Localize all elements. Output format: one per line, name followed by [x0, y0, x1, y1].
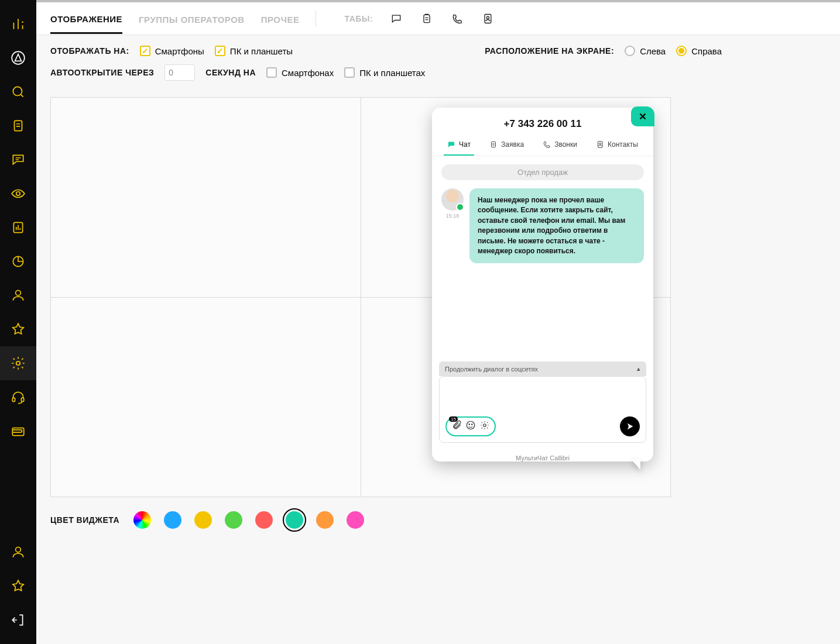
- attach-button[interactable]: 15: [451, 420, 462, 433]
- tabs-chat-toggle[interactable]: [389, 12, 403, 26]
- chat-continue-link[interactable]: Продолжить диалог в соцсетях ▴: [439, 361, 646, 376]
- seconds-on-label: СЕКУНД НА: [205, 68, 256, 77]
- sidebar-logo[interactable]: [0, 41, 36, 75]
- color-swatch-5[interactable]: [286, 511, 303, 529]
- svg-rect-3: [15, 120, 22, 130]
- chat-tools: 15: [445, 416, 496, 436]
- sidebar-logout[interactable]: [0, 603, 36, 637]
- display-tablets[interactable]: ПК и планшеты: [215, 46, 293, 56]
- svg-point-20: [469, 424, 470, 425]
- sidebar-stats[interactable]: [0, 7, 36, 41]
- autoopen-smartphones[interactable]: Смартфонах: [266, 67, 334, 78]
- bar-chart-icon: [11, 16, 26, 32]
- svg-point-22: [484, 424, 486, 427]
- chat-phone: +7 343 226 00 11: [432, 108, 653, 135]
- color-swatch-2[interactable]: [194, 511, 212, 529]
- sidebar-profile[interactable]: [0, 535, 36, 569]
- sidebar-user[interactable]: [0, 278, 36, 312]
- sidebar-support[interactable]: [0, 380, 36, 414]
- color-swatches: [133, 511, 364, 529]
- svg-point-19: [467, 421, 475, 429]
- tabs-request-toggle[interactable]: [420, 12, 434, 26]
- tabs-label: ТАБЫ:: [344, 14, 373, 23]
- chat-tab-contacts[interactable]: Контакты: [592, 135, 642, 156]
- profile-icon: [11, 545, 26, 560]
- sidebar-report[interactable]: [0, 211, 36, 244]
- main: ОТОБРАЖЕНИЕ ГРУППЫ ОПЕРАТОРОВ ПРОЧЕЕ ТАБ…: [36, 0, 840, 644]
- radio-icon: [625, 46, 635, 56]
- send-icon: [625, 422, 635, 431]
- gear-icon: [11, 356, 26, 371]
- wallet-icon: [11, 423, 26, 439]
- color-swatch-3[interactable]: [225, 511, 242, 529]
- widget-color-label: ЦВЕТ ВИДЖЕТА: [50, 515, 119, 525]
- color-swatch-1[interactable]: [164, 511, 181, 529]
- chat-tabs: Чат Заявка Звонки Контакты: [432, 135, 653, 156]
- star-icon: [11, 322, 26, 337]
- checkbox-icon: [266, 67, 277, 78]
- clipboard-icon: [489, 140, 498, 149]
- autoopen-seconds-input[interactable]: [164, 64, 195, 81]
- chat-brand: МультиЧат Callibri: [432, 451, 653, 462]
- chat-tab-calls[interactable]: Звонки: [539, 135, 581, 156]
- eye-icon: [11, 186, 26, 201]
- divider: [316, 11, 316, 27]
- sidebar-eye[interactable]: [0, 177, 36, 211]
- svg-point-7: [16, 290, 21, 295]
- chat-tab-contacts-label: Контакты: [608, 140, 638, 149]
- tabs-contacts-toggle[interactable]: [481, 12, 495, 26]
- tab-operator-groups[interactable]: ГРУППЫ ОПЕРАТОРОВ: [139, 4, 245, 33]
- contacts-icon: [596, 140, 604, 149]
- svg-rect-13: [424, 15, 430, 22]
- emoji-button[interactable]: [465, 420, 476, 433]
- chat-tab-request[interactable]: Заявка: [486, 135, 527, 156]
- tab-display[interactable]: ОТОБРАЖЕНИЕ: [50, 4, 122, 34]
- radio-icon: [676, 46, 687, 56]
- chat-icon: [447, 140, 455, 149]
- tabs-calls-toggle[interactable]: [450, 12, 464, 26]
- sidebar-favorite[interactable]: [0, 569, 36, 603]
- tab-other[interactable]: ПРОЧЕЕ: [261, 4, 300, 33]
- autoopen-tablets[interactable]: ПК и планшетах: [344, 67, 425, 78]
- sidebar-star[interactable]: [0, 312, 36, 346]
- color-swatch-4[interactable]: [255, 511, 273, 529]
- clipboard-icon: [421, 13, 433, 25]
- sidebar-chat[interactable]: [0, 143, 36, 177]
- sidebar-document[interactable]: [0, 109, 36, 143]
- close-icon: [637, 111, 648, 122]
- smile-icon: [465, 420, 476, 431]
- position-right[interactable]: Справа: [676, 46, 722, 56]
- display-smartphones[interactable]: Смартфоны: [140, 46, 204, 56]
- chat-tab-chat[interactable]: Чат: [444, 135, 474, 156]
- position-left[interactable]: Слева: [625, 46, 666, 56]
- triangle-logo-icon: [11, 50, 26, 66]
- chat-input[interactable]: 15: [439, 376, 646, 443]
- attach-count-badge: 15: [449, 416, 458, 422]
- autoopen-tablets-label: ПК и планшетах: [359, 68, 425, 78]
- color-swatch-0[interactable]: [133, 511, 151, 529]
- chat-widget: +7 343 226 00 11 Чат Заявка Звонки Конта…: [432, 108, 653, 462]
- sidebar-search[interactable]: [0, 75, 36, 109]
- display-on-label: ОТОБРАЖАТЬ НА:: [50, 46, 129, 56]
- send-button[interactable]: [620, 416, 640, 436]
- color-swatch-6[interactable]: [316, 511, 334, 529]
- color-swatch-7[interactable]: [347, 511, 364, 529]
- position-left-label: Слева: [640, 46, 666, 56]
- svg-point-2: [13, 87, 22, 95]
- sidebar-wallet[interactable]: [0, 414, 36, 448]
- chat-bubble-icon: [390, 13, 402, 25]
- settings-button[interactable]: [479, 420, 490, 433]
- sidebar-settings[interactable]: [0, 346, 36, 380]
- chat-tab-chat-label: Чат: [459, 140, 471, 149]
- chat-close-button[interactable]: [631, 106, 654, 126]
- preview-canvas: +7 343 226 00 11 Чат Заявка Звонки Конта…: [50, 97, 671, 497]
- settings-bar: ОТОБРАЖАТЬ НА: Смартфоны ПК и планшеты Р…: [36, 35, 840, 91]
- left-sidebar: [0, 0, 36, 644]
- contacts-icon: [482, 13, 493, 25]
- autoopen-smartphones-label: Смартфонах: [282, 68, 334, 78]
- headset-icon: [11, 390, 26, 405]
- sidebar-pie[interactable]: [0, 244, 36, 278]
- checkbox-icon: [344, 67, 355, 78]
- svg-rect-9: [12, 398, 15, 402]
- chat-tail: [631, 459, 640, 470]
